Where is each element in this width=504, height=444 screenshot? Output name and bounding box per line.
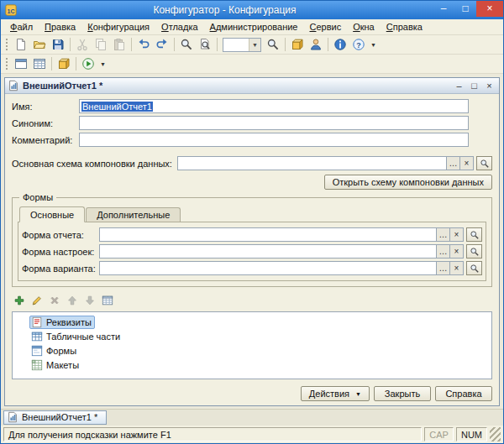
configuration-box-icon — [57, 57, 71, 71]
help-button[interactable]: Справка — [435, 386, 492, 401]
search-icon — [266, 38, 280, 51]
menu-file[interactable]: Файл — [4, 20, 39, 34]
redo-button[interactable] — [153, 36, 171, 53]
tab-main-forms[interactable]: Основные — [19, 206, 85, 222]
help-button-toolbar[interactable] — [349, 36, 368, 53]
report-form-choose-button[interactable]: … — [437, 227, 450, 242]
actions-button[interactable]: Действия ▼ — [301, 386, 370, 401]
menu-configuration[interactable]: Конфигурация — [81, 20, 155, 34]
editor-close-button[interactable]: × — [482, 80, 496, 92]
find-in-document-button[interactable] — [196, 36, 214, 53]
variant-form-clear-button[interactable]: × — [450, 261, 464, 275]
paste-button[interactable] — [110, 36, 129, 53]
arrow-up-icon — [66, 295, 78, 306]
actions-dropdown-icon: ▼ — [355, 391, 361, 397]
close-button[interactable]: Закрыть — [374, 386, 431, 401]
toolbar-more-dropdown[interactable]: ▼ — [368, 42, 379, 48]
main-toolbar: ▼ ▼ — [1, 35, 503, 55]
open-dcs-button[interactable]: Открыть схему компоновки данных — [324, 175, 492, 190]
tree-item-attributes[interactable]: Реквизиты — [14, 315, 490, 329]
new-document-button[interactable] — [12, 36, 30, 53]
variant-form-choose-button[interactable]: … — [437, 261, 450, 275]
toolbar-separator — [217, 38, 218, 51]
menu-windows[interactable]: Окна — [347, 20, 381, 34]
add-plus-icon — [13, 295, 25, 306]
variant-form-label: Форма варианта: — [22, 264, 96, 274]
variant-form-open-button[interactable] — [466, 261, 482, 275]
open-button[interactable] — [30, 36, 49, 53]
menu-edit[interactable]: Правка — [39, 20, 81, 34]
window-title: Конфигуратор - Конфигурация — [17, 4, 433, 16]
window-close-button[interactable]: × — [476, 1, 503, 17]
help-icon — [352, 38, 365, 51]
tree-item-layouts[interactable]: Макеты — [14, 358, 490, 372]
new-document-icon — [14, 38, 28, 51]
sort-button[interactable] — [100, 293, 115, 308]
tree-item-forms[interactable]: Формы — [14, 343, 490, 358]
start-debugging-button[interactable] — [79, 55, 97, 72]
window-minimize-button[interactable]: – — [433, 1, 454, 17]
users-button[interactable] — [307, 36, 325, 53]
window-maximize-button[interactable]: □ — [454, 1, 476, 17]
menu-service[interactable]: Сервис — [303, 20, 347, 34]
edit-button[interactable] — [29, 293, 45, 308]
layouts-icon — [31, 359, 43, 371]
save-button[interactable] — [49, 36, 67, 53]
window-tab-strip: ВнешнийОтчет1 * — [1, 409, 503, 426]
toolbar-grip[interactable] — [5, 57, 8, 71]
editor-minimize-button[interactable]: – — [452, 80, 466, 92]
dcs-clear-button[interactable]: × — [460, 156, 474, 170]
editor-body: Имя: ВнешнийОтчет1 Синоним: Комментарий:… — [5, 94, 499, 405]
toolbar-more-dropdown[interactable]: ▼ — [97, 61, 108, 67]
objects-button[interactable] — [55, 55, 73, 72]
menu-administration[interactable]: Администрирование — [204, 20, 304, 34]
magnifier-icon — [470, 247, 480, 257]
configuration-button[interactable] — [288, 36, 307, 53]
settings-form-choose-button[interactable]: … — [437, 244, 450, 259]
info-button[interactable] — [331, 36, 349, 53]
move-up-button[interactable] — [65, 293, 80, 308]
comment-label: Комментарий: — [12, 135, 76, 145]
global-search-button[interactable] — [264, 36, 282, 53]
window-tab-external-report[interactable]: ВнешнийОтчет1 * — [3, 410, 107, 425]
resize-grip[interactable] — [490, 427, 501, 441]
configuration-toolbar: ▼ — [1, 55, 503, 74]
tab-additional-forms[interactable]: Дополнительные — [86, 207, 181, 222]
combo-dropdown-icon[interactable]: ▼ — [249, 39, 260, 51]
tree-item-tabular-sections[interactable]: Табличные части — [14, 329, 490, 343]
comment-input[interactable] — [79, 133, 469, 147]
window-titlebar[interactable]: Конфигуратор - Конфигурация – □ × — [1, 1, 503, 19]
toolbar-combobox[interactable]: ▼ — [223, 38, 261, 52]
cut-button[interactable] — [73, 36, 92, 53]
magnifier-icon — [470, 264, 480, 274]
undo-button[interactable] — [134, 36, 153, 53]
settings-form-open-button[interactable] — [466, 244, 482, 259]
status-bar: Для получения подсказки нажмите F1 CAP N… — [1, 426, 503, 443]
dcs-choose-button[interactable]: … — [447, 156, 460, 170]
report-form-clear-button[interactable]: × — [450, 227, 464, 242]
search-icon — [180, 38, 193, 51]
report-form-input[interactable] — [99, 227, 437, 242]
dcs-input[interactable] — [177, 156, 447, 170]
configuration-window-button[interactable] — [12, 55, 30, 72]
name-input[interactable]: ВнешнийОтчет1 — [79, 99, 469, 113]
find-button[interactable] — [177, 36, 196, 53]
report-form-label: Форма отчета: — [22, 230, 96, 240]
toolbar-grip[interactable] — [5, 38, 8, 51]
synonym-input[interactable] — [79, 116, 469, 130]
status-hint: Для получения подсказки нажмите F1 — [3, 427, 422, 441]
database-table-button[interactable] — [30, 55, 49, 72]
settings-form-input[interactable] — [99, 244, 437, 259]
delete-button[interactable] — [47, 293, 62, 308]
menu-help[interactable]: Справка — [381, 20, 428, 34]
menu-debug[interactable]: Отладка — [155, 20, 204, 34]
move-down-button[interactable] — [82, 293, 97, 308]
report-form-open-button[interactable] — [466, 227, 482, 242]
copy-button[interactable] — [92, 36, 110, 53]
dcs-open-button[interactable] — [476, 156, 492, 170]
editor-restore-button[interactable]: □ — [467, 80, 481, 92]
settings-form-clear-button[interactable]: × — [450, 244, 464, 259]
add-button[interactable] — [12, 293, 27, 308]
variant-form-input[interactable] — [99, 261, 437, 275]
editor-titlebar[interactable]: ВнешнийОтчет1 * – □ × — [5, 78, 499, 94]
